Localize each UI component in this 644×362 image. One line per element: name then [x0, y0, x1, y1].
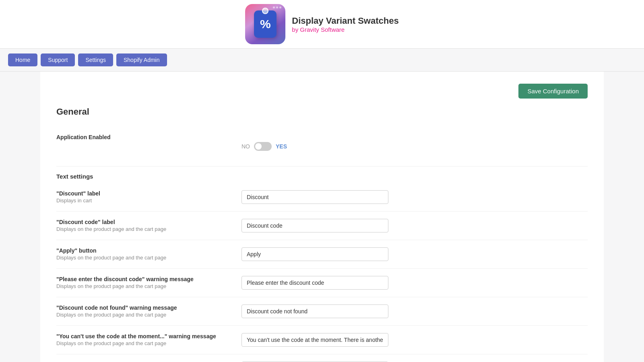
- toggle-yes-label: YES: [276, 143, 287, 150]
- main-label-not-found-warning: "Discount code not found" warning messag…: [56, 304, 229, 311]
- setting-row-discount-label: "Discount" labelDisplays in cart: [56, 183, 588, 212]
- input-discount-code-label[interactable]: [242, 219, 388, 232]
- general-section-title: General: [56, 107, 588, 117]
- input-apply-button[interactable]: [242, 247, 388, 261]
- control-col-cant-use-warning: [242, 333, 588, 347]
- setting-row-discount-code-label: "Discount code" labelDisplays on the pro…: [56, 212, 588, 240]
- control-col-discount-label: [242, 190, 588, 204]
- sub-label-cant-use-warning: Displays on the product page and the car…: [56, 340, 229, 346]
- dot-3: [279, 6, 281, 8]
- sub-label-apply-button: Displays on the product page and the car…: [56, 255, 229, 261]
- percent-symbol: %: [260, 17, 271, 31]
- tag-icon: %: [254, 10, 277, 38]
- sub-label-not-found-warning: Displays on the product page and the car…: [56, 312, 229, 318]
- input-not-found-warning[interactable]: [242, 304, 388, 318]
- app-header: % Display Variant Swatches by Gravity So…: [0, 0, 644, 49]
- label-col-cant-use-warning: "You can't use the code at the moment...…: [56, 333, 242, 346]
- logo-text: Display Variant Swatches by Gravity Soft…: [292, 16, 398, 33]
- nav-buttons: Home Support Settings Shopify Admin: [8, 53, 636, 66]
- main-label-discount-code-label: "Discount code" label: [56, 219, 229, 225]
- sub-label-please-enter-warning: Displays on the product page and the car…: [56, 283, 229, 289]
- label-col-please-enter-warning: "Please enter the discount code" warning…: [56, 276, 242, 289]
- settings-button[interactable]: Settings: [78, 53, 113, 66]
- control-col-apply-button: [242, 247, 588, 261]
- text-settings-title: Text settings: [56, 167, 588, 183]
- input-discount-label[interactable]: [242, 190, 388, 204]
- control-col-not-found-warning: [242, 304, 588, 318]
- setting-row-apply-button: "Apply" buttonDisplays on the product pa…: [56, 240, 588, 269]
- sub-label-discount-code-label: Displays on the product page and the car…: [56, 226, 229, 232]
- application-enabled-label-col: Application Enabled: [56, 134, 242, 141]
- input-please-enter-warning[interactable]: [242, 276, 388, 290]
- logo-area: % Display Variant Swatches by Gravity So…: [245, 4, 398, 44]
- save-configuration-button[interactable]: Save Configuration: [518, 84, 588, 99]
- support-button[interactable]: Support: [41, 53, 75, 66]
- app-logo-image: %: [245, 4, 285, 44]
- decorative-dots: [273, 6, 281, 8]
- application-enabled-label: Application Enabled: [56, 134, 229, 140]
- toggle-row: NO YES: [242, 134, 588, 159]
- application-enabled-control: NO YES: [242, 134, 588, 159]
- label-col-discount-code-label: "Discount code" labelDisplays on the pro…: [56, 219, 242, 232]
- input-cant-use-warning[interactable]: [242, 333, 388, 347]
- shopify-admin-button[interactable]: Shopify Admin: [116, 53, 167, 66]
- app-subtitle: by Gravity Software: [292, 26, 398, 33]
- app-title: Display Variant Swatches: [292, 16, 398, 26]
- setting-row-min-purchase-message: "Minimum purchase of $100" messageDispla…: [56, 354, 588, 362]
- label-col-discount-label: "Discount" labelDisplays in cart: [56, 190, 242, 204]
- main-label-cant-use-warning: "You can't use the code at the moment...…: [56, 333, 229, 339]
- label-col-not-found-warning: "Discount code not found" warning messag…: [56, 304, 242, 318]
- setting-row-not-found-warning: "Discount code not found" warning messag…: [56, 297, 588, 326]
- dot-1: [273, 6, 275, 8]
- label-col-apply-button: "Apply" buttonDisplays on the product pa…: [56, 247, 242, 261]
- main-content: Save Configuration General Application E…: [40, 72, 604, 362]
- application-enabled-toggle[interactable]: [254, 142, 272, 151]
- nav-bar: Home Support Settings Shopify Admin: [0, 49, 644, 72]
- control-col-please-enter-warning: [242, 276, 588, 290]
- fields-container: "Discount" labelDisplays in cart"Discoun…: [56, 183, 588, 362]
- main-label-apply-button: "Apply" button: [56, 247, 229, 254]
- toggle-slider: [254, 142, 272, 151]
- control-col-discount-code-label: [242, 219, 588, 232]
- toggle-no-label: NO: [242, 143, 250, 150]
- application-enabled-row: Application Enabled NO YES: [56, 127, 588, 167]
- main-label-discount-label: "Discount" label: [56, 190, 229, 197]
- sub-label-discount-label: Displays in cart: [56, 197, 229, 204]
- dot-2: [276, 6, 278, 8]
- main-label-please-enter-warning: "Please enter the discount code" warning…: [56, 276, 229, 282]
- setting-row-cant-use-warning: "You can't use the code at the moment...…: [56, 326, 588, 354]
- setting-row-please-enter-warning: "Please enter the discount code" warning…: [56, 269, 588, 297]
- save-button-row: Save Configuration: [56, 80, 588, 99]
- home-button[interactable]: Home: [8, 53, 37, 66]
